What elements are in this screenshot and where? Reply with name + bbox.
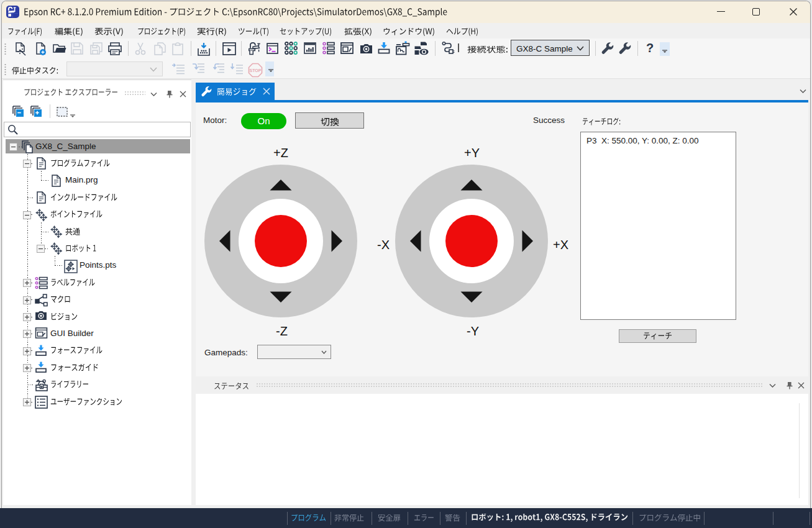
svg-text:STOP: STOP bbox=[250, 68, 262, 73]
